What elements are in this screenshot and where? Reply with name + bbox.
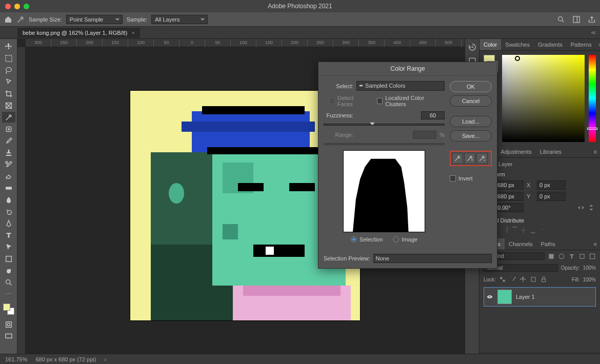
frame-tool[interactable] [2, 100, 15, 111]
eyedropper-add[interactable] [464, 153, 475, 164]
load-button[interactable]: Load... [450, 116, 492, 127]
lock-artboard-icon[interactable] [530, 276, 537, 283]
close-tab-icon[interactable]: × [131, 30, 134, 36]
layer-item[interactable]: Layer 1 [484, 287, 596, 307]
path-select-tool[interactable] [2, 241, 15, 252]
selection-preview-image[interactable] [343, 150, 425, 232]
close-window[interactable] [5, 4, 11, 9]
opacity-value[interactable]: 100% [583, 265, 596, 271]
localized-checkbox[interactable] [377, 98, 383, 104]
ruler-vertical[interactable] [17, 47, 26, 364]
filter-smart-icon[interactable] [589, 253, 596, 260]
zoom-tool[interactable] [2, 277, 15, 288]
edit-toolbar[interactable]: ⋯ [2, 289, 15, 299]
blur-tool[interactable] [2, 194, 15, 205]
fill-value[interactable]: 100% [583, 277, 596, 282]
align-top-icon[interactable]: ▔ [512, 227, 516, 233]
x-field[interactable] [537, 180, 566, 190]
move-tool[interactable] [2, 41, 15, 52]
marquee-tool[interactable] [2, 53, 15, 64]
quick-select-tool[interactable] [2, 76, 15, 87]
select-dropdown[interactable]: ✒ Sampled Colors [356, 81, 445, 91]
eyedropper-sample[interactable] [452, 153, 463, 164]
tab-paths[interactable]: Paths [537, 238, 559, 250]
screen-mode[interactable] [2, 331, 15, 341]
width-field[interactable] [495, 180, 524, 190]
lock-transparent-icon[interactable] [499, 276, 506, 283]
quick-mask[interactable] [2, 319, 15, 330]
doc-info[interactable]: 680 px x 680 px (72 ppi) [35, 356, 96, 362]
minimize-window[interactable] [14, 4, 20, 9]
visibility-icon[interactable] [486, 293, 493, 300]
tab-adjustments[interactable]: Adjustments [496, 146, 536, 157]
filter-pixel-icon[interactable] [548, 253, 555, 260]
angle-field[interactable] [495, 203, 524, 212]
tab-channels[interactable]: Channels [505, 238, 536, 250]
fuzziness-slider[interactable] [324, 124, 445, 126]
healing-tool[interactable] [2, 124, 15, 134]
shape-tool[interactable] [2, 253, 15, 264]
cancel-button[interactable]: Cancel [450, 95, 492, 107]
filter-type-icon[interactable] [568, 253, 575, 260]
selection-radio[interactable]: Selection [351, 236, 383, 242]
eyedropper-tool[interactable] [2, 112, 15, 123]
dodge-tool[interactable] [2, 206, 15, 217]
tab-patterns[interactable]: Patterns [567, 39, 596, 50]
invert-checkbox[interactable] [450, 175, 456, 181]
panel-menu-icon[interactable]: ≡ [596, 39, 600, 50]
color-swatches[interactable] [2, 300, 15, 318]
lasso-tool[interactable] [2, 65, 15, 75]
flip-v-icon[interactable] [588, 204, 595, 211]
height-field[interactable] [495, 192, 524, 201]
home-icon[interactable] [4, 15, 12, 24]
workspace-icon[interactable] [572, 15, 581, 24]
crop-tool[interactable] [2, 88, 15, 99]
brush-tool[interactable] [2, 135, 15, 146]
filter-adjust-icon[interactable] [558, 253, 565, 260]
search-icon[interactable] [557, 15, 565, 24]
tab-gradients[interactable]: Gradients [534, 39, 567, 50]
lock-pixels-icon[interactable] [509, 276, 516, 283]
hand-tool[interactable] [2, 265, 15, 276]
tab-libraries[interactable]: Libraries [536, 146, 566, 157]
eyedropper-subtract[interactable] [476, 153, 488, 164]
selection-preview-dropdown[interactable]: None [373, 254, 492, 263]
ruler-horizontal[interactable]: 3002502001501005005010015020025030035040… [26, 39, 465, 47]
eraser-tool[interactable] [2, 171, 15, 181]
align-center-v-icon[interactable]: ┼ [522, 227, 526, 233]
sample-dropdown[interactable]: All Layers [151, 15, 208, 24]
image-radio[interactable]: Image [393, 236, 417, 242]
save-button[interactable]: Save... [450, 130, 492, 141]
doc-info-chevron[interactable]: › [104, 356, 106, 362]
align-bottom-icon[interactable]: ▁ [531, 227, 535, 233]
layer-name[interactable]: Layer 1 [516, 294, 535, 300]
tab-color[interactable]: Color [479, 39, 501, 50]
eyedropper-tool-icon[interactable] [16, 15, 25, 24]
zoom-level[interactable]: 161.75% [5, 356, 27, 362]
collapse-panels-icon[interactable]: ≪ [591, 30, 596, 35]
document-tab[interactable]: bebe kong.png @ 162% (Layer 1, RGB/8) × [17, 28, 140, 38]
maximize-window[interactable] [24, 4, 29, 9]
fuzziness-field[interactable] [421, 111, 445, 119]
align-right-icon[interactable]: ▕ [503, 227, 507, 233]
saturation-field[interactable] [502, 55, 585, 142]
lock-position-icon[interactable] [519, 276, 527, 283]
panel-menu-icon[interactable]: ≡ [591, 238, 600, 250]
lock-all-icon[interactable] [540, 276, 547, 283]
filter-shape-icon[interactable] [578, 253, 586, 260]
gradient-tool[interactable] [2, 183, 15, 193]
type-tool[interactable] [2, 230, 15, 240]
hue-slider[interactable] [589, 55, 596, 142]
share-icon[interactable] [588, 15, 596, 24]
history-brush-tool[interactable] [2, 159, 15, 170]
ok-button[interactable]: OK [450, 81, 492, 92]
tab-swatches[interactable]: Swatches [501, 39, 534, 50]
sample-size-dropdown[interactable]: Point Sample [66, 15, 123, 24]
flip-h-icon[interactable] [577, 204, 585, 211]
y-field[interactable] [537, 192, 566, 201]
panel-menu-icon[interactable]: ≡ [591, 146, 600, 157]
stamp-tool[interactable] [2, 147, 15, 158]
pen-tool[interactable] [2, 218, 15, 229]
align-more-icon[interactable]: ⋯ [540, 227, 546, 233]
history-panel-icon[interactable] [468, 43, 476, 51]
